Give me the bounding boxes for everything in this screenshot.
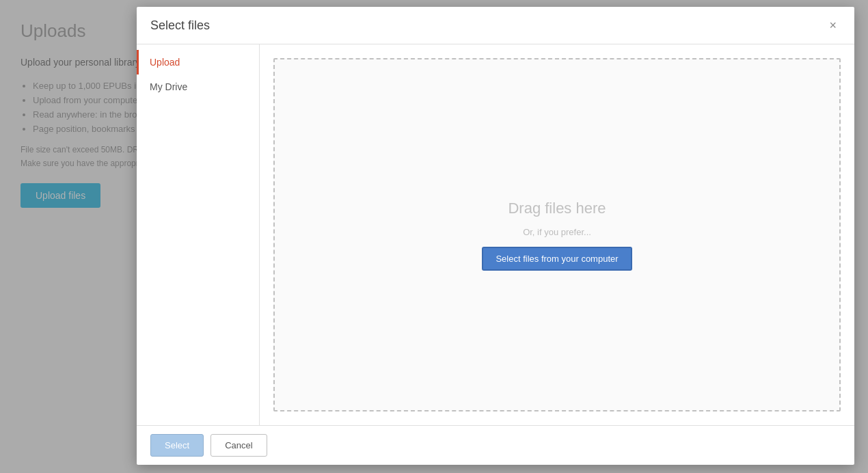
modal-header: Select files ×	[137, 7, 854, 44]
select-button[interactable]: Select	[150, 434, 204, 457]
select-files-from-computer-button[interactable]: Select files from your computer	[482, 247, 632, 271]
modal-body: Upload My Drive Drag files here Or, if y…	[137, 44, 854, 425]
sidebar-item-upload[interactable]: Upload	[137, 50, 259, 75]
sidebar-item-my-drive[interactable]: My Drive	[137, 75, 259, 99]
modal-close-button[interactable]: ×	[825, 18, 841, 33]
modal-title: Select files	[150, 18, 210, 33]
drop-zone[interactable]: Drag files here Or, if you prefer... Sel…	[273, 58, 841, 411]
select-files-modal: Select files × Upload My Drive Drag file…	[137, 7, 854, 465]
cancel-button[interactable]: Cancel	[211, 434, 267, 457]
drag-files-text: Drag files here	[508, 200, 606, 217]
modal-sidebar: Upload My Drive	[137, 44, 260, 425]
or-text: Or, if you prefer...	[523, 227, 591, 237]
modal-main-content: Drag files here Or, if you prefer... Sel…	[260, 44, 854, 425]
modal-footer: Select Cancel	[137, 425, 854, 465]
